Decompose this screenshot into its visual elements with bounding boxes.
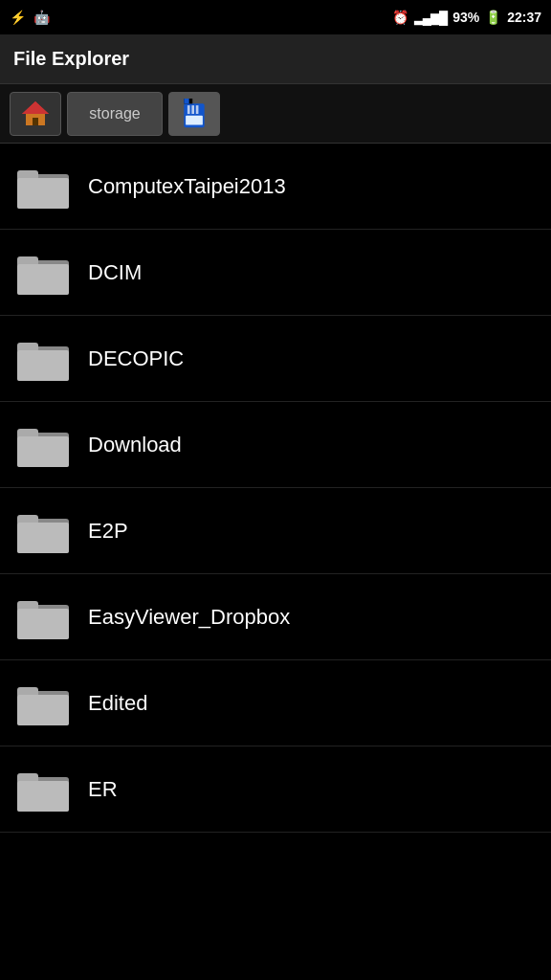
file-name: ER [88,777,118,802]
svg-rect-16 [17,264,69,295]
battery-indicator: 93% [452,10,479,25]
tab-storage[interactable]: storage [67,92,163,136]
status-bar: ⚡ 🤖 ⏰ ▂▄▆█ 93% 🔋 22:37 [0,0,551,34]
svg-marker-6 [184,99,188,103]
folder-icon [15,676,71,731]
list-item[interactable]: Download [0,402,551,488]
status-left-icons: ⚡ 🤖 [10,10,50,25]
file-name: ComputexTaipei2013 [88,174,286,199]
svg-rect-22 [17,436,69,467]
tab-sd[interactable] [168,92,220,136]
file-list: ComputexTaipei2013DCIMDECOPICDownloadE2P… [0,144,551,833]
folder-icon [15,331,71,387]
android-icon: 🤖 [33,10,50,25]
home-icon [20,99,51,129]
svg-rect-31 [17,695,69,725]
svg-rect-9 [196,105,199,114]
tab-home[interactable] [10,92,61,136]
file-name: DECOPIC [88,346,184,371]
folder-icon [15,503,71,559]
svg-rect-34 [17,781,69,812]
alarm-icon: ⏰ [392,10,408,25]
svg-rect-25 [17,523,69,553]
signal-icon: ▂▄▆█ [414,11,447,25]
list-item[interactable]: Edited [0,660,551,746]
svg-rect-28 [17,609,69,639]
svg-rect-10 [186,115,203,124]
file-name: Download [88,433,182,457]
file-name: E2P [88,519,128,544]
page-title: File Explorer [13,48,129,70]
list-item[interactable]: ER [0,746,551,833]
tab-storage-label: storage [89,105,140,122]
file-name: DCIM [88,260,142,285]
list-item[interactable]: E2P [0,488,551,574]
svg-marker-2 [22,101,49,114]
folder-icon [15,245,71,301]
list-item[interactable]: EasyViewer_Dropbox [0,574,551,660]
svg-rect-3 [33,118,38,125]
battery-icon: 🔋 [485,10,501,25]
sd-card-icon [179,99,209,129]
list-item[interactable]: ComputexTaipei2013 [0,144,551,230]
nav-tabs: storage [0,84,551,144]
clock: 22:37 [507,10,541,25]
folder-icon [15,762,71,817]
file-name: Edited [88,691,147,716]
svg-rect-8 [191,105,194,114]
list-item[interactable]: DCIM [0,230,551,316]
usb-icon: ⚡ [10,10,26,25]
folder-icon [15,159,71,214]
svg-rect-7 [187,105,190,114]
svg-rect-19 [17,350,69,381]
title-bar: File Explorer [0,34,551,84]
svg-rect-13 [17,178,69,209]
list-item[interactable]: DECOPIC [0,316,551,402]
file-name: EasyViewer_Dropbox [88,605,290,630]
folder-icon [15,590,71,645]
folder-icon [15,417,71,473]
